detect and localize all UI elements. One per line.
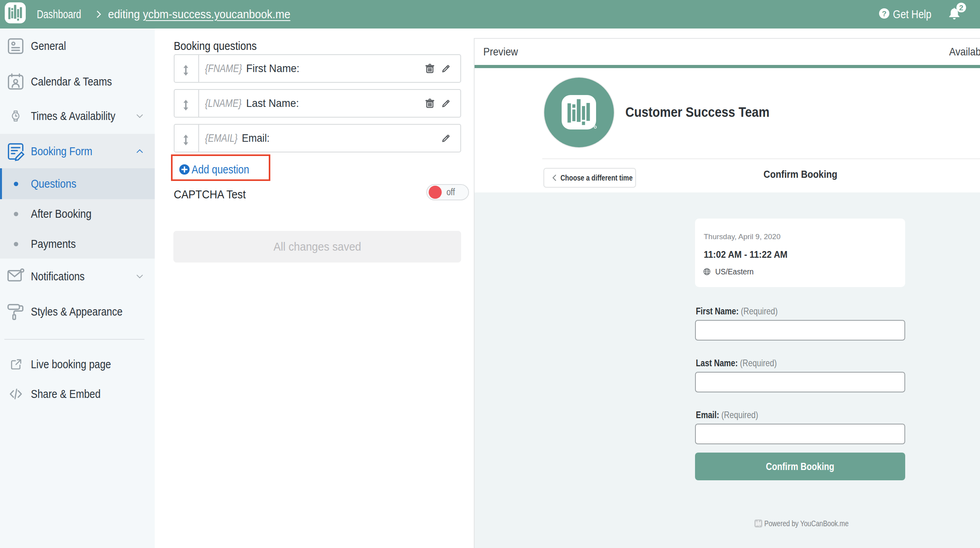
svg-text:2: 2 xyxy=(959,4,963,12)
svg-text:?: ? xyxy=(882,10,887,18)
